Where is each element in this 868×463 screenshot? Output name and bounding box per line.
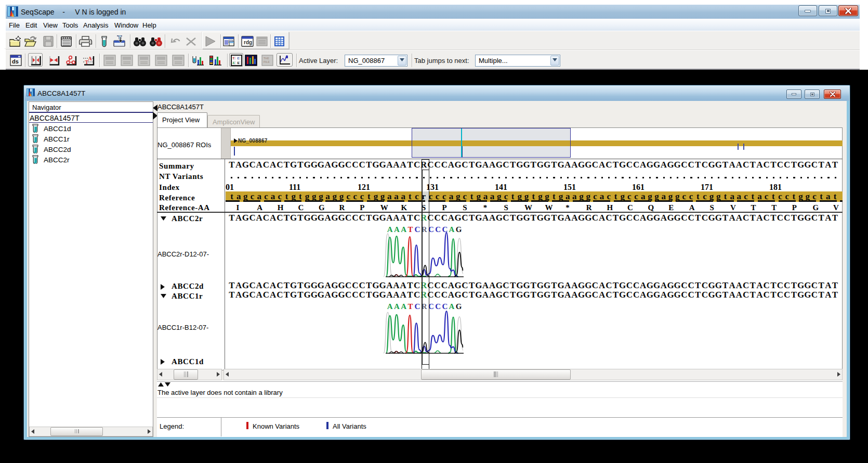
svg-text:rdg: rdg bbox=[244, 40, 252, 45]
svg-text:T: T bbox=[233, 57, 235, 60]
svg-text:FILE: FILE bbox=[264, 60, 270, 63]
svg-text:A: A bbox=[233, 61, 235, 65]
svg-text:THE: THE bbox=[264, 57, 269, 60]
svg-text:C: C bbox=[238, 57, 240, 60]
svg-text:A: A bbox=[88, 56, 93, 61]
svg-text:G: G bbox=[238, 61, 240, 65]
svg-text:ds: ds bbox=[12, 58, 19, 65]
